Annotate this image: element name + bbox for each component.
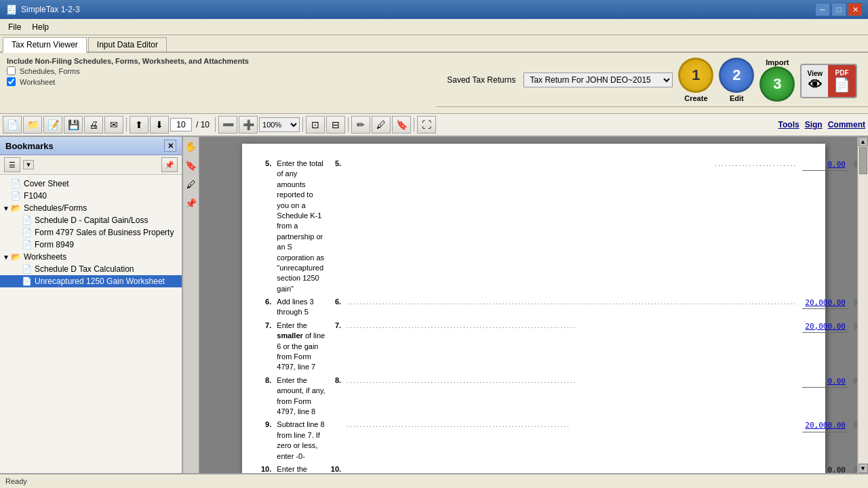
status-text: Ready <box>5 477 27 485</box>
row-dotleader-7: ........................................… <box>344 319 800 374</box>
amount-value-10[interactable]: 0.00 <box>802 464 848 473</box>
amount-value-8[interactable]: 0.00 <box>802 375 848 388</box>
menu-help[interactable]: Help <box>26 21 54 33</box>
scroll-up-btn[interactable]: ▲ <box>859 137 868 146</box>
tool-highlight2[interactable]: 🖊 <box>186 179 196 190</box>
tab-input-data-editor[interactable]: Input Data Editor <box>88 37 167 52</box>
document-area[interactable]: 5. Enter the total of any amounts report… <box>199 137 868 473</box>
create-label: Create <box>684 94 707 102</box>
row-amount-8: 0.00 <box>800 374 851 419</box>
toolbar-fit-width[interactable]: ⊟ <box>326 116 345 134</box>
maximize-button[interactable]: □ <box>831 3 846 16</box>
toolbar-zoom-in[interactable]: ➕ <box>239 116 258 134</box>
toolbar-highlight[interactable]: 🖊 <box>372 116 391 134</box>
table-row: 7. Enter the smaller of line 6 or the ga… <box>258 319 867 374</box>
toolbar-down[interactable]: ⬇ <box>150 116 169 134</box>
amount-value-5[interactable]: 0.00 <box>802 159 848 171</box>
toolbar-sep3 <box>302 117 303 132</box>
schedules-forms-label: Schedules, Forms <box>20 67 80 75</box>
sidebar-item-schedule-d[interactable]: 📄 Schedule D - Capital Gain/Loss <box>0 214 182 226</box>
sidebar-tool-list[interactable]: ☰ <box>4 157 20 172</box>
app-title: SimpleTax 1-2-3 <box>21 5 80 14</box>
scroll-track[interactable] <box>859 146 868 464</box>
row-amount-9: 20,000.00 <box>800 418 851 463</box>
left-tool-strip: ✋ 🔖 🖊 📌 <box>183 137 199 473</box>
create-circle: 1 <box>678 58 713 93</box>
amount-value-7[interactable]: 20,000.00 <box>802 321 848 333</box>
import-circle: 3 <box>760 66 795 102</box>
scroll-thumb[interactable] <box>859 147 867 174</box>
row-label-7: 7. <box>328 319 344 374</box>
tool-hand[interactable]: ✋ <box>185 141 197 152</box>
edit-label: Edit <box>730 94 744 102</box>
minimize-button[interactable]: ─ <box>815 3 830 16</box>
create-button[interactable]: 1 Create <box>678 58 713 102</box>
sidebar-item-f1040[interactable]: 📄 F1040 <box>0 190 182 202</box>
row-num-5: 5. <box>258 157 274 296</box>
worksheet-row: Worksheet <box>7 77 429 86</box>
folder-icon-worksheets: 📂 <box>11 252 21 262</box>
row-desc-9: Subtract line 8 from line 7. If zero or … <box>274 418 328 463</box>
sidebar-item-unrecaptured-1250[interactable]: 📄 Unrecaptured 1250 Gain Worksheet <box>0 275 182 287</box>
toolbar-open[interactable]: 📁 <box>23 116 42 134</box>
row-amount-7: 20,000.00 <box>800 319 851 374</box>
scroll-down-btn[interactable]: ▼ <box>859 464 868 473</box>
row-amount-5: 0.00 <box>800 157 851 296</box>
page-total: / 10 <box>193 120 212 129</box>
sign-link[interactable]: Sign <box>805 120 823 129</box>
close-button[interactable]: ✕ <box>848 3 863 16</box>
page-input[interactable] <box>170 118 192 131</box>
tool-stamp2[interactable]: 📌 <box>185 198 197 209</box>
sidebar-header-buttons: ✕ <box>164 140 176 152</box>
toolbar-sep1 <box>126 117 127 132</box>
toolbar-print[interactable]: 🖨 <box>84 116 103 134</box>
sidebar-item-schedule-d-tax[interactable]: 📄 Schedule D Tax Calculation <box>0 263 182 275</box>
toolbar-mail[interactable]: ✉ <box>104 116 123 134</box>
sidebar-item-form-4797[interactable]: 📄 Form 4797 Sales of Business Property <box>0 226 182 239</box>
toolbar-annotate[interactable]: ✏ <box>351 116 370 134</box>
toolbar-edit-doc[interactable]: 📝 <box>43 116 62 134</box>
schedules-forms-row: Schedules, Forms <box>7 66 429 75</box>
amount-value-6[interactable]: 20,000.00 <box>802 297 848 309</box>
amount-value-9[interactable]: 20,000.00 <box>802 420 848 432</box>
edit-button[interactable]: 2 Edit <box>719 58 754 102</box>
sidebar-item-worksheets[interactable]: ▼ 📂 Worksheets <box>0 251 182 263</box>
sidebar-item-cover-sheet[interactable]: 📄 Cover Sheet <box>0 178 182 190</box>
menu-file[interactable]: File <box>3 21 26 33</box>
row-label-8: 8. <box>328 374 344 419</box>
document-page: 5. Enter the total of any amounts report… <box>242 144 825 473</box>
worksheet-checkbox[interactable] <box>7 77 16 86</box>
row-amount-6: 20,000.00 <box>800 296 851 319</box>
sidebar-tool-dropdown[interactable]: ▼ <box>23 160 34 169</box>
toolbar-sep5 <box>414 117 414 132</box>
tools-link[interactable]: Tools <box>778 120 800 129</box>
sidebar-close-btn[interactable]: ✕ <box>164 140 176 152</box>
toolbar-up[interactable]: ⬆ <box>130 116 149 134</box>
bookmarks-title: Bookmarks <box>5 141 54 151</box>
comment-link[interactable]: Comment <box>828 120 865 129</box>
row-dotleader-8: ........................................… <box>344 374 800 419</box>
toolbar-new[interactable]: 📄 <box>3 116 22 134</box>
import-button[interactable]: Import 3 <box>760 58 795 102</box>
toolbar-save[interactable]: 💾 <box>64 116 83 134</box>
toolbar-zoom-out[interactable]: ➖ <box>218 116 237 134</box>
view-pdf-button[interactable]: View 👁 PDF 📄 <box>800 64 857 98</box>
doc-icon-schedule-d: 📄 <box>22 216 32 225</box>
sidebar-add-btn[interactable]: 📌 <box>161 157 178 172</box>
sidebar-item-schedules-forms[interactable]: ▼ 📂 Schedules/Forms <box>0 202 182 214</box>
toolbar-stamp[interactable]: 🔖 <box>392 116 411 134</box>
toolbar-fullscreen[interactable]: ⛶ <box>417 116 436 134</box>
doc-icon-form-8949: 📄 <box>22 240 32 249</box>
toolbar-fit-page[interactable]: ⊡ <box>306 116 325 134</box>
vertical-scrollbar[interactable]: ▲ ▼ <box>857 137 868 473</box>
tool-bookmark[interactable]: 🔖 <box>185 160 197 171</box>
toolbar-sep2 <box>215 117 216 132</box>
worksheets-label: Worksheets <box>24 252 66 262</box>
schedules-forms-checkbox[interactable] <box>7 66 16 75</box>
cover-sheet-label: Cover Sheet <box>24 179 69 188</box>
schedule-d-label: Schedule D - Capital Gain/Loss <box>35 216 148 225</box>
tab-tax-return-viewer[interactable]: Tax Return Viewer <box>3 37 87 53</box>
zoom-select[interactable]: 100% <box>259 117 300 132</box>
sidebar-item-form-8949[interactable]: 📄 Form 8949 <box>0 239 182 251</box>
saved-tax-select[interactable]: Tax Return For JOHN DEO~2015 <box>524 73 673 87</box>
